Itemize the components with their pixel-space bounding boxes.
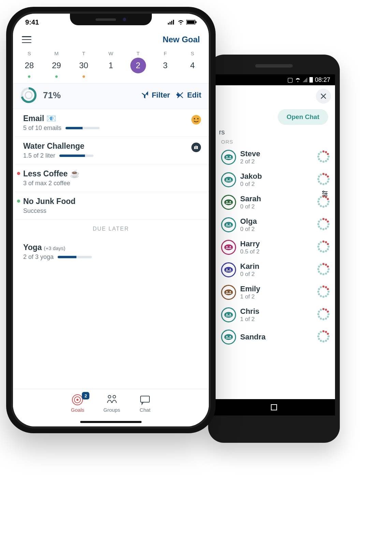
member-row[interactable]: Olga0 of 2 xyxy=(219,214,329,237)
svg-point-36 xyxy=(226,201,228,203)
svg-point-83 xyxy=(224,267,233,273)
gauge-icon xyxy=(317,285,330,300)
svg-point-133 xyxy=(230,336,231,337)
svg-point-126 xyxy=(320,318,322,320)
member-row[interactable]: Chris1 of 2 xyxy=(219,304,329,327)
member-sub: 0 of 2 xyxy=(240,203,261,210)
svg-point-81 xyxy=(318,243,320,245)
svg-point-130 xyxy=(320,309,322,311)
svg-rect-38 xyxy=(226,203,232,204)
svg-point-24 xyxy=(325,174,327,176)
status-time: 08:27 xyxy=(315,76,330,84)
svg-point-31 xyxy=(318,181,320,183)
svg-point-78 xyxy=(320,250,322,252)
day-cell[interactable]: T30 xyxy=(73,50,95,78)
day-cell[interactable]: F3 xyxy=(154,50,176,78)
svg-point-120 xyxy=(325,309,327,311)
iphone-frame: 9:41 New Goal S28M29T30W1T2F3S4 71% Filt… xyxy=(6,7,216,433)
new-goal-button[interactable]: New Goal xyxy=(163,35,200,44)
svg-point-23 xyxy=(322,173,324,175)
gauge-icon xyxy=(317,307,330,322)
groups-icon xyxy=(106,394,118,406)
member-row[interactable]: Emily1 of 2 xyxy=(219,282,329,304)
member-sub: 0 of 2 xyxy=(240,271,259,278)
svg-point-127 xyxy=(318,316,320,318)
menu-icon[interactable] xyxy=(22,36,31,43)
svg-point-104 xyxy=(325,286,327,288)
signal-icon xyxy=(303,77,307,82)
svg-point-105 xyxy=(327,288,329,290)
svg-point-64 xyxy=(317,223,319,225)
member-row[interactable]: Jakob0 of 2 xyxy=(219,169,329,192)
member-sub: 1 of 2 xyxy=(240,316,259,323)
goal-item[interactable]: Less Coffee ☕3 of max 2 coffee xyxy=(15,164,209,192)
member-row[interactable]: Sarah0 of 2 xyxy=(219,192,329,214)
battery-icon xyxy=(309,77,313,83)
android-screen: ▢ 08:27 Open Chat rs ORS Steve2 of 2Jako… xyxy=(213,74,335,415)
svg-rect-153 xyxy=(195,21,197,23)
day-cell[interactable]: S28 xyxy=(18,50,40,78)
svg-point-92 xyxy=(325,273,327,275)
close-button[interactable] xyxy=(316,89,331,104)
day-cell[interactable]: T2 xyxy=(127,50,149,78)
svg-point-160 xyxy=(197,118,199,119)
open-chat-button[interactable]: Open Chat xyxy=(278,109,328,125)
member-row[interactable]: Sandra xyxy=(219,327,329,349)
svg-point-27 xyxy=(327,181,329,183)
member-sub: 0.5 of 2 xyxy=(240,248,260,255)
member-sub: 0 of 2 xyxy=(240,181,262,188)
goal-item[interactable]: No Junk FoodSuccess xyxy=(15,192,209,220)
svg-point-76 xyxy=(325,250,327,252)
svg-point-138 xyxy=(328,335,330,337)
svg-point-20 xyxy=(226,179,228,180)
goal-item[interactable]: Water Challenge1.5 of 2 liter xyxy=(15,137,209,164)
svg-point-100 xyxy=(226,291,228,293)
goal-title: Yoga(+3 days) xyxy=(23,243,202,252)
member-row[interactable]: Harry0.5 of 2 xyxy=(219,237,329,259)
svg-point-128 xyxy=(317,313,319,315)
svg-point-5 xyxy=(230,156,231,158)
member-row[interactable]: Karin0 of 2 xyxy=(219,259,329,282)
svg-point-17 xyxy=(318,153,320,155)
android-overview-icon[interactable] xyxy=(271,404,277,410)
svg-point-21 xyxy=(230,179,231,180)
svg-point-59 xyxy=(327,226,329,228)
svg-point-19 xyxy=(224,177,233,183)
svg-point-145 xyxy=(318,333,320,335)
week-strip: S28M29T30W1T2F3S4 xyxy=(13,49,209,83)
svg-point-4 xyxy=(226,156,228,158)
day-cell[interactable]: M29 xyxy=(46,50,68,78)
progress-bar xyxy=(59,155,93,157)
member-sub: 2 of 2 xyxy=(240,158,260,165)
avatar-icon xyxy=(221,262,236,277)
goal-item[interactable]: Yoga(+3 days)2 of 3 yoga xyxy=(15,238,209,265)
ios-time: 9:41 xyxy=(25,18,39,26)
svg-point-56 xyxy=(325,219,327,221)
svg-point-29 xyxy=(322,183,324,185)
goal-sub: 3 of max 2 coffee xyxy=(23,180,202,187)
svg-point-1 xyxy=(325,193,327,194)
svg-point-0 xyxy=(323,191,324,192)
svg-point-48 xyxy=(317,201,319,203)
member-row[interactable]: Steve2 of 2 xyxy=(219,147,329,169)
svg-point-85 xyxy=(230,269,231,270)
svg-point-116 xyxy=(226,314,228,315)
svg-point-69 xyxy=(230,246,231,248)
filter-button[interactable]: Filter xyxy=(141,91,170,100)
svg-point-113 xyxy=(318,288,320,290)
member-sub: 0 of 2 xyxy=(240,226,257,233)
svg-point-91 xyxy=(327,271,329,273)
goal-item[interactable]: Email 📧5 of 10 emails xyxy=(15,109,209,137)
smile-icon xyxy=(191,115,201,125)
svg-point-25 xyxy=(327,176,329,178)
day-cell[interactable]: S4 xyxy=(182,50,203,78)
day-cell[interactable]: W1 xyxy=(100,50,122,78)
svg-point-103 xyxy=(322,286,324,288)
goal-sub: 2 of 3 yoga xyxy=(23,253,202,261)
member-name: Sandra xyxy=(240,333,266,341)
svg-point-53 xyxy=(230,224,231,225)
edit-button[interactable]: Edit xyxy=(176,91,201,100)
svg-rect-54 xyxy=(226,225,232,226)
svg-point-146 xyxy=(320,331,322,333)
vibrate-icon: ▢ xyxy=(288,77,293,83)
